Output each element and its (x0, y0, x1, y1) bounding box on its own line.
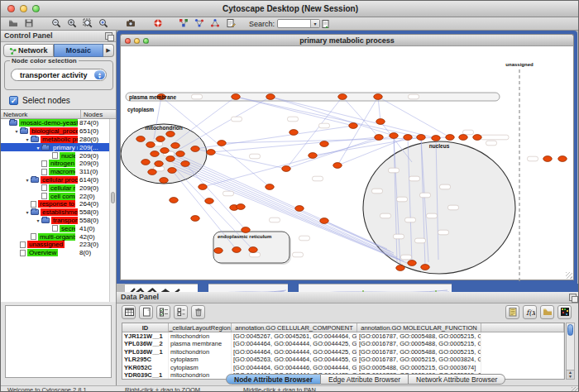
tree-row[interactable]: cell communicat22(0) (1, 192, 116, 200)
background-window-border[interactable] (288, 284, 299, 292)
tree-row[interactable]: nucleobase-209(0) (1, 151, 116, 160)
node-color-select[interactable]: transporter activity ▲▼ (11, 69, 107, 81)
network-node[interactable] (408, 261, 417, 266)
tree-row[interactable]: ▾cellular process614(0) (1, 176, 116, 184)
network-node[interactable] (295, 206, 304, 212)
tab-network[interactable]: Network (3, 44, 54, 57)
search-dropdown-icon[interactable]: ▾ (310, 20, 319, 27)
tree-row[interactable]: multi-organism pro42(0) (1, 232, 116, 241)
network-edge[interactable] (211, 137, 379, 152)
save-session-icon[interactable] (23, 17, 35, 28)
tree-expander-icon[interactable]: ▾ (24, 136, 31, 142)
delete-attribute-button[interactable] (191, 305, 205, 319)
network-node[interactable] (376, 119, 385, 125)
network-node[interactable] (374, 94, 383, 100)
import-attributes-icon[interactable] (320, 18, 332, 29)
tree-row[interactable]: secretion41(0) (1, 224, 116, 232)
zoom-in-icon[interactable] (66, 17, 78, 28)
background-window-border[interactable] (198, 284, 208, 292)
network-node[interactable] (160, 148, 170, 154)
tab-mosaic[interactable]: Mosaic (54, 44, 104, 57)
tab-overflow-button[interactable]: ▶ (103, 44, 114, 57)
birds-eye-view-panel[interactable] (5, 305, 112, 378)
table-row[interactable]: YPL036W__1mitochondrion[GO:0044464, GO:0… (122, 348, 564, 356)
tab-network-attribute-browser[interactable]: Network Attribute Browser (409, 374, 505, 385)
network-node[interactable] (446, 135, 455, 141)
network-node[interactable] (170, 198, 179, 203)
select-all-attributes-button[interactable] (156, 305, 170, 319)
background-window-fragment[interactable] (125, 284, 198, 292)
column-header[interactable]: _cellularLayoutRegion (169, 323, 232, 332)
network-node[interactable] (390, 133, 399, 139)
network-node[interactable] (166, 131, 175, 137)
table-row[interactable]: YJR121W__1mitochondrion[GO:0045267, GO:0… (122, 332, 564, 340)
tree-expander-icon[interactable]: ▾ (35, 218, 41, 223)
table-row[interactable]: YPL036W__2plasma membrane[GO:0044464, GO… (122, 340, 564, 347)
network-node[interactable] (473, 135, 482, 141)
network-edge[interactable] (378, 97, 450, 137)
network-node[interactable] (266, 184, 275, 190)
table-scrollbar[interactable]: ▲▼ (566, 323, 575, 380)
tree-row[interactable]: nitrogen compo209(0) (1, 160, 116, 168)
tree-row[interactable]: ▾biological_process651(0) (1, 127, 116, 136)
table-row[interactable]: YKR052Ccytoplasm[GO:0044464, GO:0044446,… (122, 364, 564, 371)
network-node[interactable] (543, 156, 553, 162)
tree-row[interactable]: ▾metabolic process280(0) (1, 136, 116, 144)
network-node[interactable] (136, 136, 146, 142)
column-header[interactable]: ID (122, 323, 169, 332)
network-view-titlebar[interactable]: primary metabolic process (120, 34, 574, 45)
network-node[interactable] (396, 265, 405, 271)
network-node[interactable] (207, 150, 216, 155)
apply-layout-alt-icon[interactable] (209, 17, 221, 28)
network-node[interactable] (176, 151, 185, 157)
tree-row[interactable]: Overview8(0) (1, 249, 116, 257)
network-node[interactable] (232, 94, 241, 100)
tree-row[interactable]: ▾establishment of lo558(0) (1, 208, 116, 217)
network-node[interactable] (146, 142, 156, 148)
network-edge[interactable] (337, 97, 378, 165)
tree-row[interactable]: ▾transport558(0) (1, 217, 116, 225)
snapshot-icon[interactable] (125, 17, 136, 28)
zoom-out-icon[interactable] (50, 17, 62, 28)
zoom-fit-icon[interactable] (82, 17, 93, 28)
network-edge[interactable] (270, 97, 394, 136)
network-node[interactable] (320, 141, 329, 147)
window-resize-grip[interactable] (566, 272, 572, 279)
annotation-icon[interactable] (225, 17, 237, 28)
network-node[interactable] (160, 178, 169, 184)
select-nodes-checkbox[interactable]: ✓ (9, 96, 18, 105)
network-edge[interactable] (286, 137, 379, 169)
network-node[interactable] (417, 135, 426, 141)
network-node[interactable] (349, 123, 358, 129)
tree-row[interactable]: mosaic-demo-yeast874(0) (1, 119, 116, 127)
network-node[interactable] (218, 141, 227, 146)
function-builder-button[interactable]: f(x) (523, 305, 537, 319)
app-resize-grip[interactable] (572, 387, 578, 392)
network-node[interactable] (171, 143, 180, 149)
zoom-selected-icon[interactable] (98, 17, 109, 28)
tree-expander-icon[interactable]: ▾ (35, 145, 41, 151)
background-window-border[interactable] (452, 284, 579, 292)
tree-expander-icon[interactable]: ▾ (24, 209, 31, 215)
network-node[interactable] (148, 170, 157, 175)
column-header[interactable]: annotation.GO CELLULAR_COMPONENT (232, 323, 357, 332)
network-node[interactable] (166, 156, 175, 162)
column-header[interactable]: annotation.GO MOLECULAR_FUNCTION (357, 323, 481, 332)
tree-expander-icon[interactable]: ▾ (13, 128, 20, 134)
network-node[interactable] (421, 265, 430, 270)
network-node[interactable] (141, 160, 151, 165)
network-node[interactable] (151, 151, 160, 157)
tab-edge-attribute-browser[interactable]: Edge Attribute Browser (321, 374, 409, 385)
network-node[interactable] (320, 218, 329, 224)
network-node[interactable] (232, 247, 242, 253)
network-node[interactable] (181, 161, 190, 167)
tab-node-attribute-browser[interactable]: Node Attribute Browser (226, 374, 321, 385)
network-node[interactable] (266, 94, 275, 100)
network-node[interactable] (205, 198, 214, 204)
network-node[interactable] (333, 163, 342, 169)
network-canvas[interactable]: plasma membranecytoplasmmitochondrionnuc… (120, 45, 574, 280)
attribute-matrix-button[interactable] (557, 305, 572, 319)
network-node[interactable] (156, 136, 165, 142)
network-node[interactable] (237, 204, 246, 210)
network-node[interactable] (282, 166, 291, 172)
